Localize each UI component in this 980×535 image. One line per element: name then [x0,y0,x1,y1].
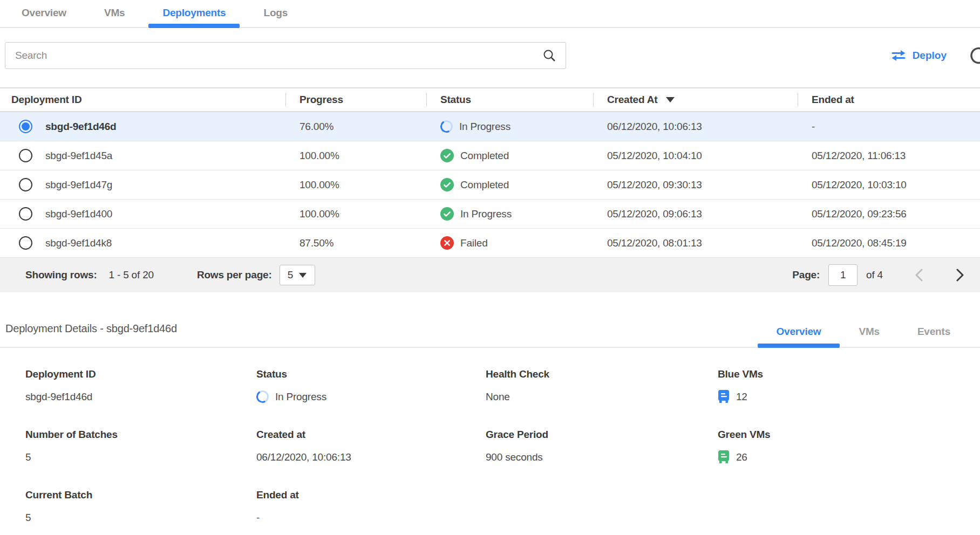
field-value: 12 [736,391,747,403]
column-header-progress[interactable]: Progress [285,88,426,111]
page-total-label: of 4 [866,269,883,281]
field-value: 5 [25,512,31,524]
previous-page-button[interactable] [914,268,924,282]
completed-check-icon [440,178,454,191]
chevron-down-icon [299,273,307,278]
tab-deployments[interactable]: Deployments [148,7,240,27]
rows-per-page-select[interactable]: 5 [280,265,315,285]
completed-check-icon [440,207,454,221]
field-label: Current Batch [25,489,256,501]
field-ended-at: Ended at - [256,489,486,525]
swap-arrows-icon [891,50,906,61]
progress-value: 76.00% [285,121,426,133]
field-value: sbgd-9ef1d46d [25,391,92,403]
chevron-left-icon [914,268,924,282]
tab-vms[interactable]: VMs [90,7,139,27]
details-grid: Deployment ID sbgd-9ef1d46d Status In Pr… [0,348,980,525]
field-label: Green VMs [718,429,980,441]
created-at-value: 05/12/2020, 08:01:13 [593,237,798,249]
deployment-details-section: Deployment Details - sbgd-9ef1d46d Overv… [0,323,980,525]
table-row[interactable]: sbgd-9ef1d400 100.00% In Progress 05/12/… [0,200,980,229]
field-label: Deployment ID [25,368,256,380]
sort-descending-icon [666,97,675,102]
field-value: 26 [736,451,747,463]
column-header-status[interactable]: Status [426,88,593,111]
field-value: 06/12/2020, 10:06:13 [256,451,351,463]
refresh-icon[interactable] [969,45,980,66]
row-radio-selected[interactable] [19,120,32,133]
status-value: In Progress [459,121,511,133]
table-pagination-bar: Showing rows: 1 - 5 of 20 Rows per page:… [0,258,980,292]
tab-overview[interactable]: Overview [8,7,80,27]
row-radio[interactable] [19,236,32,250]
progress-value: 100.00% [285,208,426,220]
details-tab-vms[interactable]: VMs [840,326,898,347]
next-page-button[interactable] [955,268,965,282]
field-health-check: Health Check None [486,368,718,404]
status-value: Completed [460,150,509,162]
progress-value: 100.00% [285,150,426,162]
column-header-deployment-id[interactable]: Deployment ID [0,88,285,111]
ended-at-value: 05/12/2020, 09:23:56 [798,208,980,220]
row-radio[interactable] [19,178,32,191]
table-row[interactable]: sbgd-9ef1d47g 100.00% Completed 05/12/20… [0,170,980,200]
search-box [5,42,566,69]
deploy-button[interactable]: Deploy [891,50,947,61]
details-tab-bar: Overview VMs Events [758,326,980,347]
deployment-id-value: sbgd-9ef1d4k8 [45,237,112,249]
column-header-ended-at[interactable]: Ended at [798,88,980,111]
column-header-created-at[interactable]: Created At [593,88,798,111]
search-icon [543,49,556,62]
row-radio[interactable] [19,207,32,221]
field-value: 900 seconds [486,451,543,463]
row-radio[interactable] [19,149,32,162]
field-label: Created at [256,429,486,441]
rows-per-page-value: 5 [288,269,293,281]
field-number-of-batches: Number of Batches 5 [25,429,256,464]
field-deployment-id: Deployment ID sbgd-9ef1d46d [25,368,256,404]
table-header-row: Deployment ID Progress Status Created At… [0,87,980,112]
ended-at-value: - [798,121,980,133]
field-label: Number of Batches [25,429,256,441]
field-value: 5 [25,451,31,463]
field-current-batch: Current Batch 5 [25,489,256,525]
showing-rows-value: 1 - 5 of 20 [109,269,154,281]
status-value: Completed [460,179,509,191]
ended-at-value: 05/12/2020, 10:03:10 [798,179,980,191]
deployments-table: Deployment ID Progress Status Created At… [0,87,980,292]
table-row[interactable]: sbgd-9ef1d45a 100.00% Completed 05/12/20… [0,141,980,170]
page-label: Page: [792,269,820,281]
deployment-id-value: sbgd-9ef1d45a [45,150,112,162]
tab-logs[interactable]: Logs [249,7,302,27]
field-label: Status [256,368,486,380]
field-label: Grace Period [486,429,718,441]
top-tab-bar: Overview VMs Deployments Logs [0,0,980,28]
showing-rows-label: Showing rows: [25,269,97,281]
deploy-button-label: Deploy [913,50,947,61]
page-number-input[interactable]: 1 [828,264,858,286]
details-tab-events[interactable]: Events [899,326,969,347]
in-progress-spinner-icon [439,119,454,134]
chevron-right-icon [955,268,965,282]
details-tab-overview[interactable]: Overview [758,326,840,347]
created-at-value: 05/12/2020, 09:30:13 [593,179,798,191]
column-header-created-at-label: Created At [607,94,657,106]
field-label: Ended at [256,489,486,501]
field-value: In Progress [275,391,326,403]
in-progress-spinner-icon [255,389,270,404]
table-row[interactable]: sbgd-9ef1d4k8 87.50% Failed 05/12/2020, … [0,229,980,258]
field-value: None [486,391,510,403]
field-label: Blue VMs [718,368,980,380]
field-blue-vms: Blue VMs 12 [718,368,980,404]
created-at-value: 05/12/2020, 10:04:10 [593,150,798,162]
completed-check-icon [440,149,454,162]
status-value: Failed [460,237,488,249]
toolbar: Deploy [0,42,980,69]
status-value: In Progress [460,208,512,220]
table-row[interactable]: sbgd-9ef1d46d 76.00% In Progress 06/12/2… [0,112,980,141]
vm-icon-blue [718,390,730,403]
progress-value: 87.50% [285,237,426,249]
field-grace-period: Grace Period 900 seconds [486,429,718,464]
search-input[interactable] [15,50,543,61]
deployment-id-value: sbgd-9ef1d47g [45,179,112,191]
